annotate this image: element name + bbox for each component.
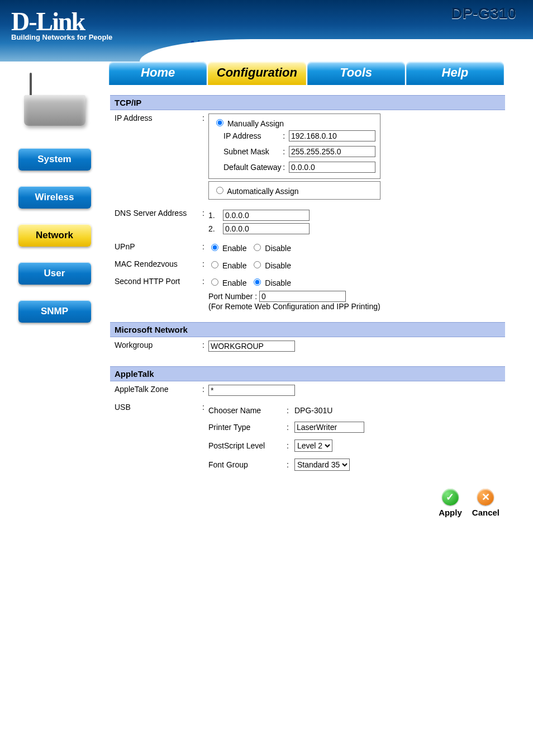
workgroup-label: Workgroup xyxy=(115,341,198,349)
upnp-label: UPnP xyxy=(115,242,198,251)
model-block: DP-G310 xyxy=(451,4,516,22)
tab-tools[interactable]: Tools xyxy=(307,62,405,85)
http-disable-radio[interactable]: Disable xyxy=(251,278,291,287)
workgroup-input[interactable] xyxy=(208,341,295,352)
zone-label: AppleTalk Zone xyxy=(115,385,198,394)
font-group-label: Font Group xyxy=(208,460,287,469)
ip-address-label: IP Address xyxy=(115,114,198,122)
dns2-input[interactable] xyxy=(223,223,310,234)
usb-label: USB xyxy=(115,403,198,412)
ip-address-input[interactable] xyxy=(289,130,375,141)
upnp-enable-radio[interactable]: Enable xyxy=(208,244,246,253)
http-label: Second HTTP Port xyxy=(115,277,198,286)
tab-help[interactable]: Help xyxy=(406,62,504,85)
device-image xyxy=(18,73,91,131)
gateway-input[interactable] xyxy=(289,162,375,173)
ps-level-select[interactable]: Level 2 xyxy=(294,440,332,452)
sidebar-item-system[interactable]: System xyxy=(18,148,91,171)
mac-enable-radio[interactable]: Enable xyxy=(208,261,246,270)
section-msnet-title: Microsoft Network xyxy=(110,322,505,337)
manual-assign-box: Manually Assign IP Address : Subnet Mask… xyxy=(208,114,380,179)
sidebar-item-wireless[interactable]: Wireless xyxy=(18,186,91,209)
port-number-input[interactable] xyxy=(259,291,346,302)
printer-type-input[interactable] xyxy=(294,422,364,433)
manual-assign-radio[interactable]: Manually Assign xyxy=(213,119,284,128)
font-group-select[interactable]: Standard 35 xyxy=(294,459,350,471)
sidebar: System Wireless Network User SNMP xyxy=(0,62,109,534)
header: D-Link Building Networks for People DP-G… xyxy=(0,0,533,62)
model-subtitle: AirPlusG Wireless USB Print Server xyxy=(187,36,516,53)
auto-assign-box: Automatically Assign xyxy=(208,181,380,200)
main: Home Configuration Tools Help TCP/IP IP … xyxy=(109,62,533,534)
dns1-input[interactable] xyxy=(223,210,310,221)
port-number-label: Port Number : xyxy=(208,292,257,301)
sidebar-item-user[interactable]: User xyxy=(18,262,91,285)
tabs: Home Configuration Tools Help xyxy=(109,62,505,85)
zone-input[interactable] xyxy=(208,385,295,396)
printer-type-label: Printer Type xyxy=(208,423,287,432)
mac-disable-radio[interactable]: Disable xyxy=(251,261,291,270)
brand-logo: D-Link xyxy=(11,7,112,36)
auto-assign-radio[interactable]: Automatically Assign xyxy=(213,187,299,196)
check-icon: ✓ xyxy=(442,489,459,505)
section-tcpip-title: TCP/IP xyxy=(110,95,505,110)
dns-label: DNS Server Address xyxy=(115,209,198,218)
subnet-mask-input[interactable] xyxy=(289,146,375,157)
sidebar-item-network[interactable]: Network xyxy=(18,224,91,247)
tab-configuration[interactable]: Configuration xyxy=(208,62,306,85)
upnp-disable-radio[interactable]: Disable xyxy=(251,244,291,253)
cancel-button[interactable]: ✕ Cancel xyxy=(472,489,499,517)
sidebar-item-snmp[interactable]: SNMP xyxy=(18,300,91,323)
chooser-label: Chooser Name xyxy=(208,406,287,415)
ip-field-label: IP Address xyxy=(223,131,283,140)
chooser-value: DPG-301U xyxy=(294,406,332,415)
apply-button[interactable]: ✓ Apply xyxy=(439,489,462,517)
gateway-label: Default Gateway xyxy=(223,163,283,172)
brand-tagline: Building Networks for People xyxy=(11,33,112,41)
close-icon: ✕ xyxy=(477,489,494,505)
brand-block: D-Link Building Networks for People xyxy=(11,7,112,41)
subnet-label: Subnet Mask xyxy=(223,147,283,156)
port-note: (For Remote Web Configuration and IPP Pr… xyxy=(208,302,501,311)
model-name: DP-G310 xyxy=(451,4,516,22)
ps-level-label: PostScript Level xyxy=(208,441,287,450)
tab-home[interactable]: Home xyxy=(109,62,207,85)
http-enable-radio[interactable]: Enable xyxy=(208,278,246,287)
section-atalk-title: AppleTalk xyxy=(110,366,505,381)
mac-label: MAC Rendezvous xyxy=(115,259,198,268)
